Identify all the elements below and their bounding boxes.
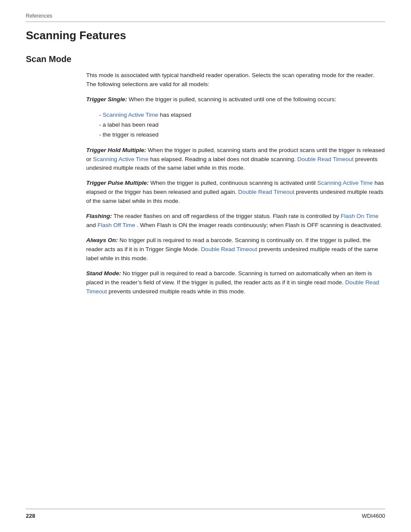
scanning-active-time-link-2[interactable]: Scanning Active Time [93,156,149,162]
double-read-timeout-link-2[interactable]: Double Read Timeout [238,189,295,195]
page-container: References Scanning Features Scan Mode T… [0,0,411,532]
trigger-hold-paragraph: Trigger Hold Multiple: When the trigger … [86,146,385,173]
top-rule [26,22,385,22]
stand-mode-text2: prevents undesired multiple reads while … [109,288,245,295]
trigger-pulse-paragraph: Trigger Pulse Multiple: When the trigger… [86,179,385,206]
trigger-hold-term: Trigger Hold Multiple: [86,147,146,153]
intro-paragraph: This mode is associated with typical han… [86,71,385,89]
double-read-timeout-link-3[interactable]: Double Read Timeout [201,246,257,252]
content-area: This mode is associated with typical han… [86,71,385,296]
always-on-paragraph: Always On: No trigger pull is required t… [86,236,385,263]
page-title: Scanning Features [26,29,385,42]
stand-mode-text1: No trigger pull is required to read a ba… [86,270,372,286]
footer-brand: WDI4600 [362,513,385,519]
flashing-paragraph: Flashing: The reader flashes on and off … [86,212,385,230]
trigger-single-term: Trigger Single: [86,96,127,103]
bullet-label-read: a label has been read [99,120,385,130]
trigger-pulse-text1: When the trigger is pulled, continuous s… [150,180,317,186]
bullet-trigger-released: the trigger is released [99,130,385,140]
trigger-single-text: When the trigger is pulled, scanning is … [129,96,336,103]
flashing-text3: . When Flash is ON the imager reads cont… [137,222,383,228]
stand-mode-term: Stand Mode: [86,270,121,277]
trigger-single-bullets: Scanning Active Time has elapsed a label… [99,110,385,140]
flash-off-time-link[interactable]: Flash Off Time [97,222,135,228]
bullet-scanning-active-time: Scanning Active Time has elapsed [99,110,385,120]
flashing-text1: The reader flashes on and off regardless… [114,213,341,219]
always-on-term: Always On: [86,237,118,243]
footer: 228 WDI4600 [26,509,385,519]
flash-on-time-link[interactable]: Flash On Time [341,213,379,219]
trigger-single-paragraph: Trigger Single: When the trigger is pull… [86,95,385,104]
section-title: Scan Mode [26,54,385,64]
footer-page-number: 228 [26,513,35,519]
flashing-text2: and [86,222,97,228]
bullet-trigger-released-text: the trigger is released [103,131,159,138]
stand-mode-paragraph: Stand Mode: No trigger pull is required … [86,269,385,296]
trigger-hold-text2: has elapsed. Reading a label does not di… [150,156,298,162]
scanning-active-time-link-1[interactable]: Scanning Active Time [103,112,158,118]
bullet-scanning-active-time-text: has elapsed [160,112,191,118]
breadcrumb: References [26,13,385,19]
flashing-term: Flashing: [86,213,112,219]
scanning-active-time-link-3[interactable]: Scanning Active Time [317,180,373,186]
bullet-label-read-text: a label has been read [103,121,159,128]
double-read-timeout-link-1[interactable]: Double Read Timeout [297,156,354,162]
trigger-pulse-term: Trigger Pulse Multiple: [86,180,149,186]
